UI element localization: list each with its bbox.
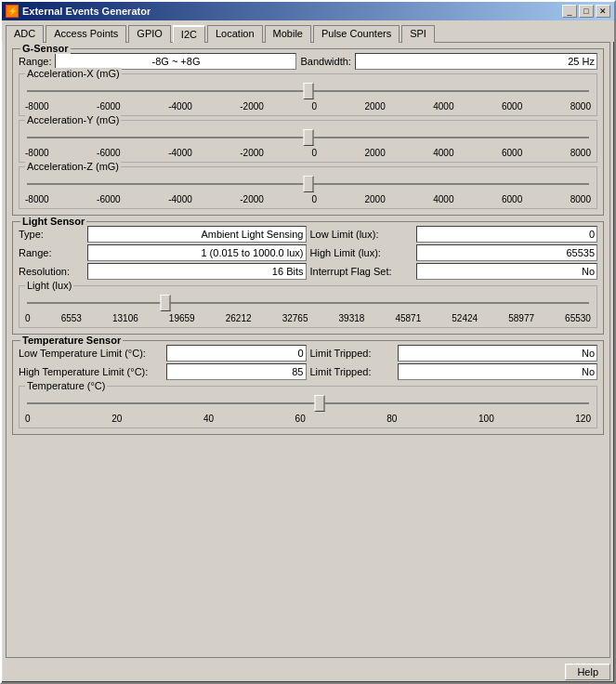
temp-labels: 0 20 40 60 80 100 120 — [23, 414, 593, 424]
light-sensor-fields: Type: Range: Resolution: Low Limit (lux)… — [19, 226, 597, 282]
accel-x-thumb[interactable] — [303, 83, 313, 99]
temp-high-limit-input[interactable] — [166, 363, 307, 380]
lux-slider[interactable] — [23, 294, 593, 312]
light-low-limit-label: Low Limit (lux): — [310, 229, 413, 240]
light-high-limit-label: High Limit (lux): — [310, 247, 413, 258]
accel-y-group: Acceleration-Y (mG) -8000 -6000 -4000 -2… — [19, 120, 597, 163]
accel-x-labels: -8000 -6000 -4000 -2000 0 2000 4000 6000… — [23, 101, 593, 112]
light-interrupt-label: Interrupt Flag Set: — [310, 266, 413, 277]
light-low-limit-input[interactable] — [416, 226, 598, 243]
gsensor-bandwidth-label: Bandwidth: — [300, 56, 350, 67]
light-high-limit-row: High Limit (lux): — [310, 244, 598, 261]
title-area: ⚡ External Events Generator — [6, 5, 151, 18]
gsensor-title: G-Sensor — [20, 43, 71, 54]
minimize-button[interactable]: _ — [562, 5, 577, 18]
accel-z-group: Acceleration-Z (mG) -8000 -6000 -4000 -2… — [19, 166, 597, 209]
light-range-row: Range: — [19, 244, 307, 261]
app-icon: ⚡ — [6, 5, 19, 18]
tab-mobile[interactable]: Mobile — [265, 25, 311, 43]
temp-sensor-fields: Low Temperature Limit (°C): High Tempera… — [19, 345, 597, 382]
tab-access-points[interactable]: Access Points — [46, 25, 126, 43]
accel-z-title: Acceleration-Z (mG) — [25, 161, 121, 172]
main-window: ⚡ External Events Generator _ □ ✕ ADC Ac… — [0, 0, 616, 684]
lux-track-line — [27, 302, 589, 304]
accel-z-labels: -8000 -6000 -4000 -2000 0 2000 4000 6000… — [23, 194, 593, 204]
lux-slider-title: Light (lux) — [25, 280, 73, 291]
temp-left-col: Low Temperature Limit (°C): High Tempera… — [19, 345, 307, 382]
temp-high-tripped-row: Limit Tripped: — [310, 363, 598, 380]
help-button[interactable]: Help — [565, 664, 610, 680]
gsensor-range-label: Range: — [19, 56, 51, 67]
light-left-col: Type: Range: Resolution: — [19, 226, 307, 282]
accel-y-title: Acceleration-Y (mG) — [25, 114, 121, 125]
light-range-input[interactable] — [87, 244, 307, 261]
tab-gpio[interactable]: GPIO — [128, 25, 171, 43]
temp-slider[interactable] — [23, 394, 593, 413]
temp-slider-title: Temperature (°C) — [25, 380, 107, 391]
accel-y-labels: -8000 -6000 -4000 -2000 0 2000 4000 6000… — [23, 148, 593, 158]
tab-spi[interactable]: SPI — [401, 25, 435, 43]
temp-thumb[interactable] — [314, 395, 324, 412]
light-range-label: Range: — [19, 247, 84, 258]
tab-adc[interactable]: ADC — [6, 25, 44, 43]
tabs-bar: ADC Access Points GPIO I2C Location Mobi… — [2, 20, 614, 42]
lux-labels: 0 6553 13106 19659 26212 32765 39318 458… — [23, 313, 593, 323]
temp-high-limit-label: High Temperature Limit (°C): — [19, 366, 163, 377]
titlebar-buttons: _ □ ✕ — [562, 5, 610, 18]
titlebar: ⚡ External Events Generator _ □ ✕ — [2, 2, 614, 20]
accel-x-title: Acceleration-X (mG) — [25, 68, 122, 79]
temp-high-tripped-label: Limit Tripped: — [310, 366, 394, 377]
temp-track-line — [27, 402, 589, 404]
temp-low-limit-input[interactable] — [166, 345, 307, 362]
accel-z-thumb[interactable] — [303, 176, 313, 192]
temp-slider-group: Temperature (°C) 0 20 40 60 80 100 120 — [19, 386, 597, 428]
light-right-col: Low Limit (lux): High Limit (lux): Inter… — [310, 226, 598, 282]
accel-x-slider[interactable] — [23, 82, 593, 100]
temp-low-limit-label: Low Temperature Limit (°C): — [19, 348, 163, 359]
lux-thumb[interactable] — [161, 295, 171, 311]
content-area: G-Sensor Range: Bandwidth: Acceleration-… — [6, 42, 610, 658]
tab-pulse-counters[interactable]: Pulse Counters — [313, 25, 400, 43]
temp-low-tripped-input[interactable] — [398, 345, 598, 362]
gsensor-group: G-Sensor Range: Bandwidth: Acceleration-… — [12, 48, 604, 216]
accel-y-thumb[interactable] — [303, 129, 313, 146]
light-type-row: Type: — [19, 226, 307, 243]
light-sensor-title: Light Sensor — [20, 216, 86, 227]
accel-z-slider[interactable] — [23, 175, 593, 193]
close-button[interactable]: ✕ — [596, 5, 610, 18]
temp-sensor-group: Temperature Sensor Low Temperature Limit… — [12, 340, 604, 435]
gsensor-bandwidth-input[interactable] — [355, 53, 597, 70]
light-interrupt-row: Interrupt Flag Set: — [310, 263, 598, 280]
light-type-input[interactable] — [87, 226, 307, 243]
light-resolution-label: Resolution: — [19, 266, 84, 277]
tab-location[interactable]: Location — [207, 25, 263, 43]
temp-high-limit-row: High Temperature Limit (°C): — [19, 363, 307, 380]
light-interrupt-input[interactable] — [416, 263, 598, 280]
light-type-label: Type: — [19, 229, 84, 240]
light-low-limit-row: Low Limit (lux): — [310, 226, 598, 243]
maximize-button[interactable]: □ — [579, 5, 594, 18]
help-row: Help — [2, 662, 614, 682]
tab-i2c[interactable]: I2C — [173, 25, 205, 43]
temp-sensor-title: Temperature Sensor — [20, 335, 123, 346]
light-resolution-input[interactable] — [87, 263, 307, 280]
temp-low-tripped-label: Limit Tripped: — [310, 348, 394, 359]
light-sensor-group: Light Sensor Type: Range: Resolution: — [12, 221, 604, 335]
window-title: External Events Generator — [22, 6, 151, 17]
accel-y-slider[interactable] — [23, 128, 593, 147]
light-resolution-row: Resolution: — [19, 263, 307, 280]
light-high-limit-input[interactable] — [416, 244, 598, 261]
temp-low-tripped-row: Limit Tripped: — [310, 345, 598, 362]
lux-slider-group: Light (lux) 0 6553 13106 19659 26212 327… — [19, 285, 597, 328]
temp-right-col: Limit Tripped: Limit Tripped: — [310, 345, 598, 382]
temp-high-tripped-input[interactable] — [398, 363, 598, 380]
accel-x-group: Acceleration-X (mG) -8000 -6000 -4000 -2… — [19, 73, 597, 116]
temp-low-limit-row: Low Temperature Limit (°C): — [19, 345, 307, 362]
